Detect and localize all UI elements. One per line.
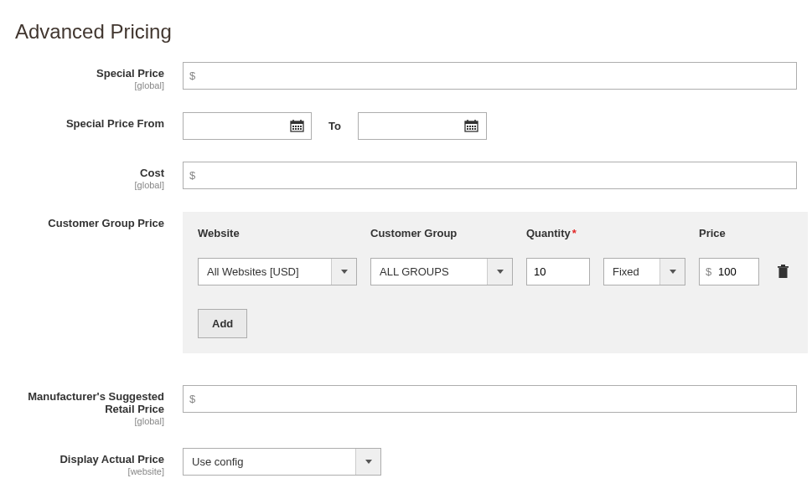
chevron-down-icon	[659, 259, 685, 285]
header-quantity: Quantity*	[526, 227, 590, 239]
svg-rect-23	[474, 128, 476, 130]
msrp-label: Manufacturer's Suggested Retail Price [g…	[15, 385, 183, 426]
svg-rect-17	[469, 126, 471, 127]
calendar-icon[interactable]	[458, 113, 486, 139]
display-actual-price-row: Display Actual Price [website] Use confi…	[15, 448, 797, 476]
group-price-header: Website Customer Group Quantity* Price	[198, 227, 793, 239]
special-price-input-wrap: $	[183, 62, 797, 90]
price-input[interactable]	[699, 258, 759, 285]
display-actual-price-select[interactable]: Use config	[183, 448, 381, 476]
special-price-input[interactable]	[183, 62, 797, 90]
svg-rect-6	[297, 126, 299, 127]
customer-group-select[interactable]: ALL GROUPS	[370, 258, 513, 285]
special-price-to-field	[358, 112, 487, 140]
special-price-label: Special Price [global]	[15, 62, 183, 90]
svg-rect-5	[295, 126, 297, 127]
svg-rect-18	[472, 126, 473, 127]
page-title: Advanced Pricing	[15, 20, 797, 44]
special-price-from-label-text: Special Price From	[66, 117, 164, 130]
msrp-input-wrap: $	[183, 385, 797, 413]
special-price-date-group: To	[183, 112, 797, 140]
display-actual-price-select-value: Use config	[184, 449, 355, 475]
svg-rect-22	[472, 128, 473, 130]
add-button[interactable]: Add	[198, 309, 247, 338]
special-price-from-input[interactable]	[184, 113, 282, 139]
svg-rect-14	[468, 120, 469, 122]
cost-scope: [global]	[15, 180, 164, 190]
chevron-down-icon	[487, 259, 512, 285]
svg-rect-4	[292, 126, 294, 127]
date-to-label: To	[328, 120, 341, 132]
cost-input-wrap: $	[183, 162, 797, 189]
special-price-from-row: Special Price From To	[15, 112, 797, 140]
chevron-down-icon	[331, 259, 356, 285]
display-actual-price-scope: [website]	[15, 466, 164, 476]
header-customer-group: Customer Group	[370, 227, 513, 239]
quantity-input[interactable]	[526, 258, 590, 285]
cost-row: Cost [global] $	[15, 162, 797, 190]
required-marker: *	[572, 227, 577, 239]
msrp-scope: [global]	[15, 416, 164, 426]
customer-group-select-value: ALL GROUPS	[371, 259, 487, 285]
svg-rect-24	[778, 268, 787, 278]
delete-row-button[interactable]	[773, 258, 793, 285]
header-price: Price	[699, 227, 759, 239]
header-website: Website	[198, 227, 357, 239]
website-select[interactable]: All Websites [USD]	[198, 258, 357, 285]
group-price-row-item: All Websites [USD] ALL GROUPS Fixed $	[198, 258, 793, 285]
svg-rect-21	[469, 128, 471, 130]
customer-group-price-label: Customer Group Price	[15, 212, 183, 229]
display-actual-price-input-wrap: Use config	[183, 448, 797, 476]
special-price-to-input[interactable]	[359, 113, 458, 139]
svg-rect-25	[778, 266, 789, 268]
svg-rect-9	[295, 128, 297, 130]
customer-group-price-panel-wrap: Website Customer Group Quantity* Price A…	[183, 212, 808, 353]
svg-rect-3	[300, 120, 302, 122]
msrp-input[interactable]	[183, 385, 797, 413]
price-type-select-value: Fixed	[604, 259, 659, 285]
price-type-select[interactable]: Fixed	[603, 258, 685, 285]
calendar-icon[interactable]	[282, 113, 311, 139]
svg-rect-7	[300, 126, 302, 127]
cost-label: Cost [global]	[15, 162, 183, 190]
website-select-value: All Websites [USD]	[199, 259, 331, 285]
svg-rect-20	[467, 128, 468, 130]
cost-label-text: Cost	[140, 167, 164, 179]
chevron-down-icon	[355, 449, 380, 475]
cost-input[interactable]	[183, 162, 797, 189]
customer-group-price-panel: Website Customer Group Quantity* Price A…	[183, 212, 808, 353]
svg-rect-16	[467, 126, 468, 127]
msrp-row: Manufacturer's Suggested Retail Price [g…	[15, 385, 797, 426]
msrp-label-text: Manufacturer's Suggested Retail Price	[28, 390, 164, 415]
svg-rect-11	[300, 128, 302, 130]
special-price-row: Special Price [global] $	[15, 62, 797, 90]
customer-group-price-row: Customer Group Price Website Customer Gr…	[15, 212, 797, 353]
special-price-from-field	[183, 112, 312, 140]
svg-rect-10	[297, 128, 299, 130]
svg-rect-26	[781, 265, 785, 266]
price-input-wrap: $	[699, 258, 759, 285]
trash-icon	[777, 265, 789, 279]
display-actual-price-label: Display Actual Price [website]	[15, 448, 183, 476]
svg-rect-8	[292, 128, 294, 130]
special-price-label-text: Special Price	[96, 67, 164, 80]
customer-group-price-label-text: Customer Group Price	[48, 217, 164, 229]
display-actual-price-label-text: Display Actual Price	[59, 453, 164, 465]
svg-rect-15	[475, 120, 477, 122]
svg-rect-19	[474, 126, 476, 127]
svg-rect-2	[292, 120, 294, 122]
special-price-from-label: Special Price From	[15, 112, 183, 130]
special-price-scope: [global]	[15, 80, 164, 90]
